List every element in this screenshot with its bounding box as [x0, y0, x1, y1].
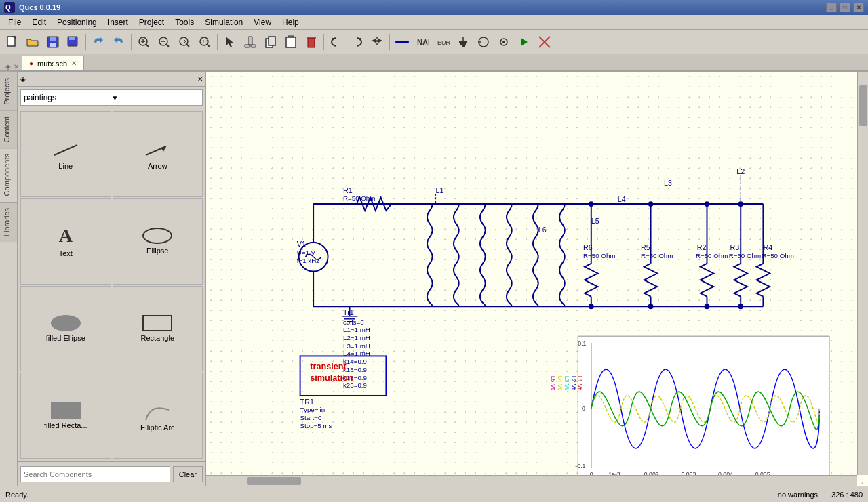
comp-line[interactable]: Line: [20, 111, 111, 197]
mirror-button[interactable]: [368, 33, 387, 51]
marker-button[interactable]: [535, 33, 554, 51]
port-button[interactable]: [474, 33, 493, 51]
svg-text:R2: R2: [697, 243, 707, 251]
svg-text:L6: L6: [538, 226, 547, 234]
comp-ellipse[interactable]: Ellipse: [113, 198, 203, 285]
panel-close-button[interactable]: ✕: [197, 75, 203, 83]
cut-button[interactable]: [241, 33, 260, 51]
ground-button[interactable]: [454, 33, 473, 51]
svg-line-16: [186, 44, 189, 47]
svg-text:L1.Vt: L1.Vt: [576, 376, 583, 390]
coords-text: 326 : 480: [831, 490, 863, 499]
svg-text:L3=1 mH: L3=1 mH: [343, 342, 370, 350]
menu-project[interactable]: Project: [134, 16, 170, 28]
delete-button[interactable]: [302, 33, 321, 51]
components-panel: ◈ ✕ paintings ▼ Line Arrow: [18, 72, 206, 486]
vertical-scrollbar[interactable]: [857, 72, 868, 475]
menu-edit[interactable]: Edit: [26, 16, 52, 28]
horizontal-scrollbar[interactable]: [206, 475, 857, 486]
comp-text[interactable]: A Text: [20, 198, 111, 285]
search-input[interactable]: [20, 466, 170, 482]
menu-positioning[interactable]: Positioning: [52, 16, 102, 28]
schematic-canvas[interactable]: V1 U=1 V f=1 kHz R1 R=50 Ohm L1 L2 L3: [206, 72, 868, 486]
copy-button[interactable]: [261, 33, 280, 51]
select-button[interactable]: [220, 33, 239, 51]
simulate-button[interactable]: [515, 33, 534, 51]
rotate-right-button[interactable]: [347, 33, 366, 51]
zoom-reset-button[interactable]: 1:1: [195, 33, 214, 51]
value-button[interactable]: EUR: [433, 33, 452, 51]
comp-elliptic-arc-label: Elliptic Arc: [140, 423, 175, 432]
svg-text:L2: L2: [736, 167, 745, 175]
clear-button[interactable]: Clear: [173, 466, 203, 482]
new-button[interactable]: [3, 33, 22, 51]
comp-rectangle[interactable]: Rectangle: [113, 286, 203, 372]
sidebar-tab-components[interactable]: Components: [0, 148, 17, 201]
text-icon: A: [59, 225, 73, 247]
svg-point-36: [395, 41, 398, 43]
app-title: Qucs 0.0.19: [19, 3, 826, 12]
paste-button[interactable]: [281, 33, 300, 51]
separator-5: [389, 34, 390, 50]
svg-text:R=50 Ohm: R=50 Ohm: [729, 252, 761, 259]
panel-close-icon[interactable]: ✕: [14, 63, 19, 70]
svg-text:NAME: NAME: [417, 38, 429, 46]
svg-text:0.1: 0.1: [578, 340, 586, 347]
open-button[interactable]: [23, 33, 42, 51]
tab-icon: ●: [29, 60, 33, 67]
settings-button[interactable]: [494, 33, 513, 51]
redo-button[interactable]: [109, 33, 128, 51]
sidebar-tab-libraries[interactable]: Libraries: [0, 202, 17, 242]
svg-point-101: [705, 304, 710, 309]
svg-marker-34: [378, 39, 382, 43]
chevron-down-icon: ▼: [112, 94, 200, 102]
hscroll-thumb[interactable]: [247, 477, 301, 485]
zoom-fit-button[interactable]: [175, 33, 194, 51]
svg-text:0: 0: [582, 405, 585, 412]
menu-file[interactable]: File: [3, 16, 26, 28]
close-button[interactable]: ✕: [853, 3, 864, 12]
panel-footer: Clear: [18, 461, 205, 486]
panel-header: ◈ ✕: [18, 72, 205, 87]
tab-close-button[interactable]: ✕: [71, 60, 77, 67]
comp-filled-ellipse[interactable]: filled Ellipse: [20, 286, 111, 372]
svg-text:Start=0: Start=0: [300, 414, 322, 421]
svg-rect-4: [50, 37, 56, 41]
tab-mutx[interactable]: ● mutx.sch ✕: [22, 56, 84, 70]
zoom-out-button[interactable]: [155, 33, 174, 51]
sidebar-tabs: Projects Content Components Libraries: [0, 72, 18, 486]
minimize-button[interactable]: _: [826, 3, 837, 12]
comp-elliptic-arc[interactable]: Elliptic Arc: [113, 373, 203, 459]
comp-filled-rect[interactable]: filled Recta...: [20, 373, 111, 459]
panel-pin-button[interactable]: ◈: [20, 75, 26, 83]
menu-insert[interactable]: Insert: [102, 16, 134, 28]
name-button[interactable]: NAME: [413, 33, 432, 51]
svg-text:Type=lin: Type=lin: [300, 406, 326, 413]
menu-tools[interactable]: Tools: [170, 16, 199, 28]
svg-text:simulation: simulation: [310, 373, 353, 383]
sidebar-tab-projects[interactable]: Projects: [0, 72, 17, 110]
maximize-button[interactable]: □: [840, 3, 850, 12]
svg-marker-20: [226, 37, 233, 47]
vscroll-thumb[interactable]: [859, 85, 867, 126]
sidebar-tab-content[interactable]: Content: [0, 110, 17, 148]
svg-point-99: [589, 304, 594, 309]
menu-simulation[interactable]: Simulation: [199, 16, 248, 28]
panel-pin-icon[interactable]: ◈: [5, 63, 11, 70]
comp-arrow[interactable]: Arrow: [113, 111, 203, 197]
undo-button[interactable]: [89, 33, 108, 51]
wire-button[interactable]: [393, 33, 412, 51]
svg-text:transient: transient: [310, 362, 347, 371]
save-button[interactable]: [43, 33, 62, 51]
rotate-left-button[interactable]: [327, 33, 346, 51]
saveas-button[interactable]: [64, 33, 83, 51]
window-controls[interactable]: _ □ ✕: [826, 3, 864, 12]
warnings-text: no warnings: [778, 490, 818, 499]
svg-rect-27: [286, 37, 296, 47]
tabbar: ◈ ✕ ● mutx.sch ✕: [0, 54, 868, 72]
zoom-in-button[interactable]: [134, 33, 153, 51]
menu-help[interactable]: Help: [277, 16, 304, 28]
category-dropdown[interactable]: paintings ▼: [20, 89, 203, 106]
menu-view[interactable]: View: [248, 16, 277, 28]
svg-text:Stop=5 ms: Stop=5 ms: [300, 422, 332, 430]
